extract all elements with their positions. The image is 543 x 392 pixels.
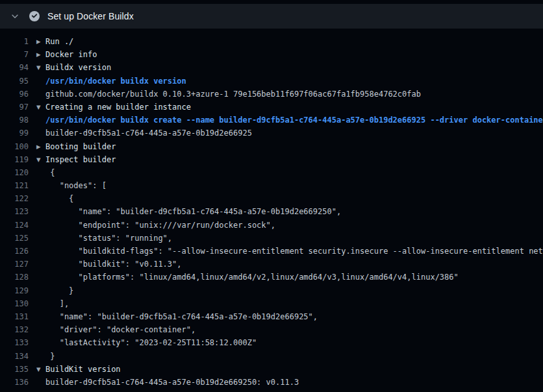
group-toggle-icon [36,166,45,179]
log-line: 131 "name": "builder-d9cfb5a1-c764-445a-… [0,310,543,323]
group-toggle-icon [36,376,45,389]
log-line-text: "endpoint": "unix:///var/run/docker.sock… [45,219,275,232]
log-line-text: Creating a new builder instance [45,101,191,114]
log-line-text: Inspect builder [45,153,116,166]
log-line: 121 "nodes": [ [0,179,543,192]
line-number[interactable]: 98 [0,114,32,127]
log-group-row[interactable]: 97 ▼ Creating a new builder instance [0,101,543,114]
group-toggle-icon [36,336,45,349]
log-line: 128 "platforms": "linux/amd64,linux/amd6… [0,271,543,284]
line-number[interactable]: 119 [0,153,32,166]
line-number[interactable]: 122 [0,192,32,205]
group-toggle-icon [36,297,45,310]
triangle-down-icon[interactable]: ▼ [36,153,45,166]
log-line-text: "driver": "docker-container", [45,323,196,336]
line-number[interactable]: 134 [0,350,32,363]
group-toggle-icon [36,127,45,140]
log-line-text: "buildkit": "v0.11.3", [45,258,182,271]
log-line-text: BuildKit version [45,363,121,376]
line-number[interactable]: 96 [0,88,32,101]
triangle-down-icon[interactable]: ▼ [36,363,45,376]
line-number[interactable]: 131 [0,310,32,323]
log-group-row[interactable]: 1 ▶ Run ./ [0,35,543,48]
triangle-down-icon[interactable]: ▼ [36,61,45,74]
log-line-text: "name": "builder-d9cfb5a1-c764-445a-a57e… [45,205,341,218]
line-number[interactable]: 136 [0,376,32,389]
line-number[interactable]: 133 [0,336,32,349]
log-line: 124 "endpoint": "unix:///var/run/docker.… [0,219,543,232]
log-line-text: Buildx version [45,61,111,74]
line-number[interactable]: 127 [0,258,32,271]
log-line-text: "status": "running", [45,232,172,245]
group-toggle-icon [36,205,45,218]
line-number[interactable]: 7 [0,48,32,61]
group-toggle-icon [36,192,45,205]
log-line-text: { [45,192,73,205]
log-line: 123 "name": "builder-d9cfb5a1-c764-445a-… [0,205,543,218]
log-group-row[interactable]: 94 ▼ Buildx version [0,61,543,74]
line-number[interactable]: 100 [0,140,32,153]
log-line: 125 "status": "running", [0,232,543,245]
log-line-text: } [45,350,55,363]
log-line-text: "platforms": "linux/amd64,linux/amd64/v2… [45,271,459,284]
log-line-text: Run ./ [45,35,73,48]
group-toggle-icon [36,232,45,245]
step-header[interactable]: Set up Docker Buildx [0,4,543,29]
log-group-row[interactable]: 100 ▶ Booting builder [0,140,543,153]
group-toggle-icon [36,179,45,192]
log-group-row[interactable]: 135 ▼ BuildKit version [0,363,543,376]
triangle-right-icon[interactable]: ▶ [36,140,45,153]
group-toggle-icon [36,219,45,232]
log-line-text: builder-d9cfb5a1-c764-445a-a57e-0b19d2e6… [45,127,252,140]
group-toggle-icon [36,114,45,127]
line-number[interactable]: 123 [0,205,32,218]
log-line-text: "name": "builder-d9cfb5a1-c764-445a-a57e… [45,310,318,323]
triangle-right-icon[interactable]: ▶ [36,35,45,48]
line-number[interactable]: 132 [0,323,32,336]
log-line-text: "buildkitd-flags": "--allow-insecure-ent… [45,245,543,258]
log-line: 132 "driver": "docker-container", [0,323,543,336]
log-viewer: Set up Docker Buildx 1 ▶ Run ./ 7 ▶ Dock… [0,4,543,389]
group-toggle-icon [36,310,45,323]
step-title: Set up Docker Buildx [47,11,134,21]
line-number[interactable]: 1 [0,35,32,48]
group-toggle-icon [36,258,45,271]
log-line: 129 } [0,284,543,297]
log-line: 133 "lastActivity": "2023-02-25T11:58:12… [0,336,543,349]
log-line: 127 "buildkit": "v0.11.3", [0,258,543,271]
line-number[interactable]: 97 [0,101,32,114]
log-group-row[interactable]: 119 ▼ Inspect builder [0,153,543,166]
line-number[interactable]: 128 [0,271,32,284]
log-line-text: "nodes": [ [45,179,107,192]
log-line-text: { [45,166,55,179]
group-toggle-icon [36,271,45,284]
line-number[interactable]: 124 [0,219,32,232]
line-number[interactable]: 129 [0,284,32,297]
log-line: 120 { [0,166,543,179]
step-success-icon [29,11,40,21]
triangle-down-icon[interactable]: ▼ [36,101,45,114]
line-number[interactable]: 120 [0,166,32,179]
log-line-text: /usr/bin/docker buildx version [45,75,186,88]
log-line-text: builder-d9cfb5a1-c764-445a-a57e-0b19d2e6… [45,376,299,389]
line-number[interactable]: 135 [0,363,32,376]
log-line: 134 } [0,350,543,363]
group-toggle-icon [36,75,45,88]
triangle-right-icon[interactable]: ▶ [36,48,45,61]
log-line-text: Booting builder [45,140,116,153]
line-number[interactable]: 121 [0,179,32,192]
line-number[interactable]: 95 [0,75,32,88]
chevron-down-icon[interactable] [10,12,19,21]
group-toggle-icon [36,284,45,297]
line-number[interactable]: 94 [0,61,32,74]
log-line-text: } [45,284,73,297]
log-line: 96 github.com/docker/buildx 0.10.3+azure… [0,88,543,101]
line-number[interactable]: 125 [0,232,32,245]
log-line: 99 builder-d9cfb5a1-c764-445a-a57e-0b19d… [0,127,543,140]
line-number[interactable]: 99 [0,127,32,140]
line-number[interactable]: 130 [0,297,32,310]
log-line-text: ], [45,297,69,310]
line-number[interactable]: 126 [0,245,32,258]
group-toggle-icon [36,88,45,101]
log-group-row[interactable]: 7 ▶ Docker info [0,48,543,61]
